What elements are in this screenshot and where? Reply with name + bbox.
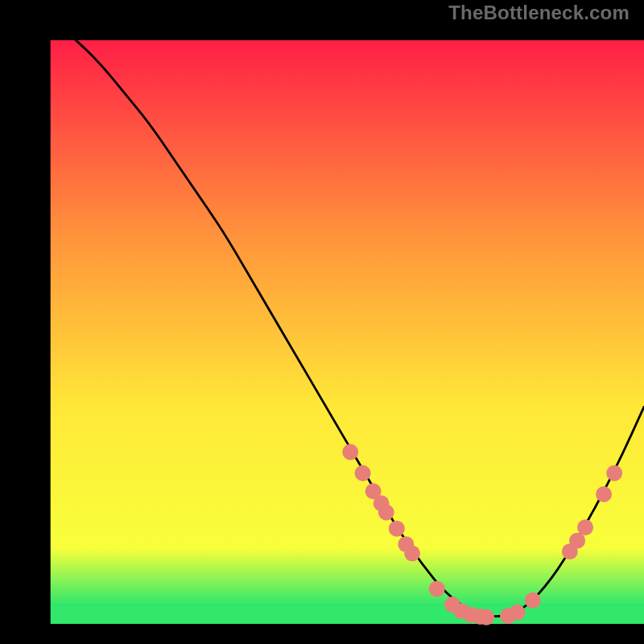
curve-marker — [525, 592, 541, 609]
curve-marker — [389, 521, 405, 537]
curve-marker — [429, 581, 445, 597]
gradient-background — [51, 40, 644, 605]
curve-marker — [404, 545, 420, 561]
chart-frame: { "watermark": { "text": "TheBottleneck.… — [0, 0, 644, 644]
green-band — [51, 605, 644, 624]
bottleneck-chart — [0, 0, 644, 644]
curve-marker — [342, 444, 358, 460]
curve-marker — [606, 465, 622, 481]
curve-marker — [510, 605, 526, 621]
curve-marker — [596, 486, 612, 502]
curve-marker — [478, 609, 494, 625]
curve-marker — [577, 519, 593, 535]
curve-marker — [378, 504, 394, 520]
curve-marker — [355, 465, 371, 481]
